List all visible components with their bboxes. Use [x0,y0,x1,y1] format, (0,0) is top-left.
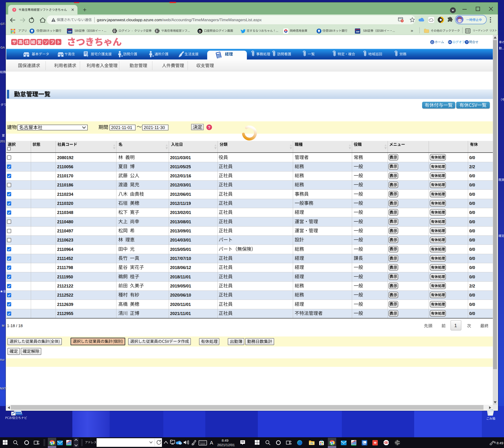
svg-text:SBI: SBI [68,31,72,33]
svg-text:D: D [199,29,201,33]
svg-text:?: ? [466,41,468,44]
svg-text:?: ? [14,8,15,11]
svg-text:?: ? [208,125,210,130]
svg-text:SBI: SBI [356,31,360,33]
